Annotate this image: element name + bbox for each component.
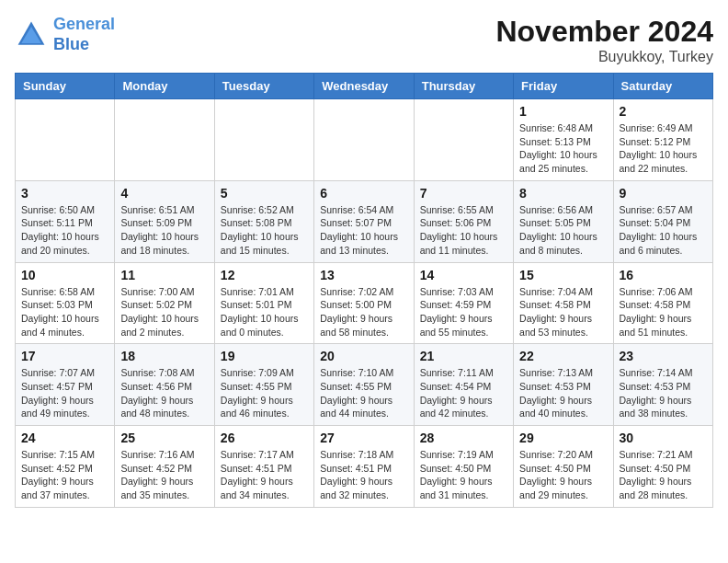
day-info: Sunrise: 6:55 AMSunset: 5:06 PMDaylight:… [420,203,507,258]
day-number: 15 [519,268,607,282]
day-info: Sunrise: 7:17 AMSunset: 4:51 PMDaylight:… [221,448,308,502]
calendar-cell: 10Sunrise: 6:58 AMSunset: 5:03 PMDayligh… [16,262,115,344]
day-info: Sunrise: 7:21 AMSunset: 4:50 PMDaylight:… [620,448,707,502]
day-number: 28 [420,431,507,445]
calendar-header-row: SundayMondayTuesdayWednesdayThursdayFrid… [16,74,713,99]
day-info: Sunrise: 6:49 AMSunset: 5:12 PMDaylight:… [620,121,707,176]
day-number: 27 [320,431,407,445]
logo-icon [15,18,48,52]
day-info: Sunrise: 6:56 AMSunset: 5:05 PMDaylight:… [519,203,607,258]
day-info: Sunrise: 7:15 AMSunset: 4:52 PMDaylight:… [21,448,108,502]
day-info: Sunrise: 7:14 AMSunset: 4:53 PMDaylight:… [620,366,707,420]
day-info: Sunrise: 6:51 AMSunset: 5:09 PMDaylight:… [120,203,208,258]
calendar-cell: 23Sunrise: 7:14 AMSunset: 4:53 PMDayligh… [613,344,712,426]
calendar-cell: 25Sunrise: 7:16 AMSunset: 4:52 PMDayligh… [115,426,214,508]
day-info: Sunrise: 6:57 AMSunset: 5:04 PMDaylight:… [620,203,707,258]
calendar-cell: 15Sunrise: 7:04 AMSunset: 4:58 PMDayligh… [514,262,613,344]
day-number: 7 [420,186,507,201]
day-info: Sunrise: 6:58 AMSunset: 5:03 PMDaylight:… [21,285,108,339]
day-info: Sunrise: 7:19 AMSunset: 4:50 PMDaylight:… [420,448,507,502]
day-number: 24 [21,431,108,445]
day-info: Sunrise: 6:54 AMSunset: 5:07 PMDaylight:… [320,203,407,258]
calendar-cell: 26Sunrise: 7:17 AMSunset: 4:51 PMDayligh… [214,426,313,508]
weekday-header: Thursday [414,74,513,99]
calendar-cell: 14Sunrise: 7:03 AMSunset: 4:59 PMDayligh… [414,262,513,344]
calendar-cell: 22Sunrise: 7:13 AMSunset: 4:53 PMDayligh… [514,344,613,426]
page-header: General Blue November 2024 Buyukkoy, Tur… [15,15,713,65]
day-number: 30 [620,431,707,445]
day-number: 6 [320,186,407,201]
calendar: SundayMondayTuesdayWednesdayThursdayFrid… [15,73,713,508]
day-number: 12 [221,268,308,282]
calendar-cell [16,99,115,181]
calendar-cell: 24Sunrise: 7:15 AMSunset: 4:52 PMDayligh… [16,426,115,508]
location: Buyukkoy, Turkey [495,49,713,65]
calendar-cell: 8Sunrise: 6:56 AMSunset: 5:05 PMDaylight… [514,180,613,262]
day-info: Sunrise: 7:02 AMSunset: 5:00 PMDaylight:… [320,285,407,339]
day-number: 17 [21,349,108,363]
month-title: November 2024 [495,15,713,49]
calendar-cell [314,99,414,181]
calendar-cell: 13Sunrise: 7:02 AMSunset: 5:00 PMDayligh… [314,262,414,344]
weekday-header: Sunday [16,74,115,99]
day-info: Sunrise: 7:20 AMSunset: 4:50 PMDaylight:… [519,448,607,502]
day-number: 23 [620,349,707,363]
day-number: 21 [420,349,507,363]
calendar-cell: 3Sunrise: 6:50 AMSunset: 5:11 PMDaylight… [16,180,115,262]
day-info: Sunrise: 7:01 AMSunset: 5:01 PMDaylight:… [221,285,308,339]
day-number: 19 [221,349,308,363]
title-block: November 2024 Buyukkoy, Turkey [495,15,713,65]
day-info: Sunrise: 7:09 AMSunset: 4:55 PMDaylight:… [221,366,308,420]
calendar-cell: 27Sunrise: 7:18 AMSunset: 4:51 PMDayligh… [314,426,414,508]
day-info: Sunrise: 6:50 AMSunset: 5:11 PMDaylight:… [21,203,108,258]
calendar-cell: 11Sunrise: 7:00 AMSunset: 5:02 PMDayligh… [115,262,214,344]
day-number: 14 [420,268,507,282]
logo-line2: Blue [53,35,89,53]
weekday-header: Monday [115,74,214,99]
calendar-cell: 21Sunrise: 7:11 AMSunset: 4:54 PMDayligh… [414,344,513,426]
calendar-cell: 19Sunrise: 7:09 AMSunset: 4:55 PMDayligh… [214,344,313,426]
calendar-cell: 9Sunrise: 6:57 AMSunset: 5:04 PMDaylight… [613,180,712,262]
day-number: 22 [519,349,607,363]
calendar-cell: 30Sunrise: 7:21 AMSunset: 4:50 PMDayligh… [613,426,712,508]
day-number: 26 [221,431,308,445]
day-info: Sunrise: 7:13 AMSunset: 4:53 PMDaylight:… [519,366,607,420]
calendar-week-row: 10Sunrise: 6:58 AMSunset: 5:03 PMDayligh… [16,262,713,344]
day-number: 2 [620,104,707,119]
calendar-cell: 1Sunrise: 6:48 AMSunset: 5:13 PMDaylight… [514,99,613,181]
calendar-cell [214,99,313,181]
day-info: Sunrise: 7:03 AMSunset: 4:59 PMDaylight:… [420,285,507,339]
calendar-week-row: 17Sunrise: 7:07 AMSunset: 4:57 PMDayligh… [16,344,713,426]
logo-text: General Blue [53,15,115,54]
weekday-header: Friday [514,74,613,99]
calendar-cell: 20Sunrise: 7:10 AMSunset: 4:55 PMDayligh… [314,344,414,426]
calendar-cell [115,99,214,181]
calendar-cell: 18Sunrise: 7:08 AMSunset: 4:56 PMDayligh… [115,344,214,426]
calendar-cell: 12Sunrise: 7:01 AMSunset: 5:01 PMDayligh… [214,262,313,344]
day-number: 20 [320,349,407,363]
weekday-header: Saturday [613,74,712,99]
day-number: 1 [519,104,607,119]
day-info: Sunrise: 7:16 AMSunset: 4:52 PMDaylight:… [120,448,208,502]
calendar-cell: 28Sunrise: 7:19 AMSunset: 4:50 PMDayligh… [414,426,513,508]
calendar-cell: 6Sunrise: 6:54 AMSunset: 5:07 PMDaylight… [314,180,414,262]
day-number: 16 [620,268,707,282]
logo: General Blue [15,15,115,54]
day-number: 5 [221,186,308,201]
weekday-header: Wednesday [314,74,414,99]
calendar-week-row: 3Sunrise: 6:50 AMSunset: 5:11 PMDaylight… [16,180,713,262]
calendar-cell: 16Sunrise: 7:06 AMSunset: 4:58 PMDayligh… [613,262,712,344]
day-info: Sunrise: 7:00 AMSunset: 5:02 PMDaylight:… [120,285,208,339]
day-number: 4 [120,186,208,201]
calendar-cell: 17Sunrise: 7:07 AMSunset: 4:57 PMDayligh… [16,344,115,426]
day-number: 18 [120,349,208,363]
calendar-cell [414,99,513,181]
day-info: Sunrise: 7:11 AMSunset: 4:54 PMDaylight:… [420,366,507,420]
weekday-header: Tuesday [214,74,313,99]
day-info: Sunrise: 7:10 AMSunset: 4:55 PMDaylight:… [320,366,407,420]
calendar-cell: 2Sunrise: 6:49 AMSunset: 5:12 PMDaylight… [613,99,712,181]
day-number: 13 [320,268,407,282]
calendar-week-row: 1Sunrise: 6:48 AMSunset: 5:13 PMDaylight… [16,99,713,181]
calendar-cell: 7Sunrise: 6:55 AMSunset: 5:06 PMDaylight… [414,180,513,262]
day-number: 25 [120,431,208,445]
